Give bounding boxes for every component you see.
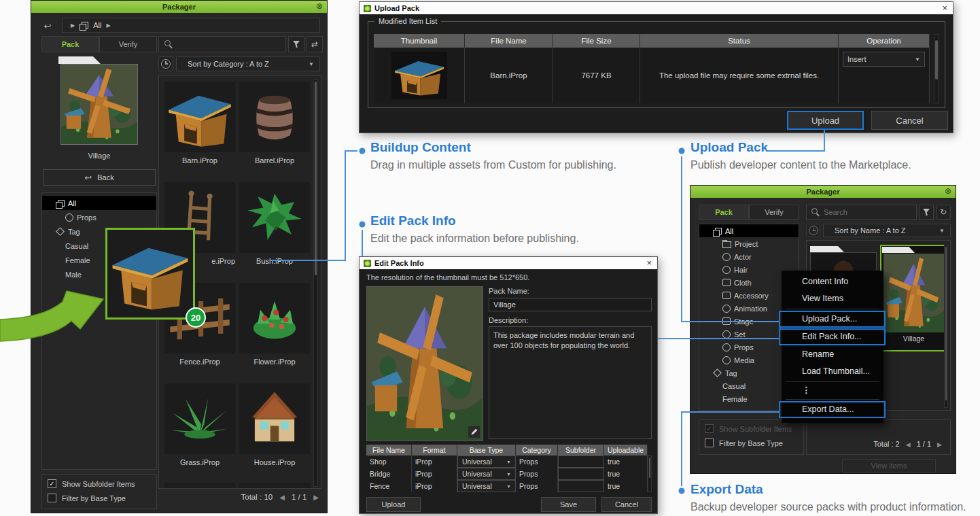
tree-item-props[interactable]: Props bbox=[42, 210, 156, 224]
menu-item-content-info[interactable]: Content Info bbox=[782, 273, 883, 290]
asset-item[interactable]: House.iProp bbox=[239, 383, 310, 466]
column-header[interactable]: Format bbox=[412, 445, 457, 455]
tree-item-all[interactable]: All bbox=[42, 196, 156, 210]
left-panel-titlebar[interactable]: Packager ⊗ bbox=[31, 1, 327, 13]
base-type-dropdown[interactable]: Universal▼ bbox=[457, 455, 516, 468]
scrollbar-thumb[interactable] bbox=[649, 458, 650, 478]
recent-sort-button[interactable] bbox=[158, 56, 173, 71]
checkbox-icon[interactable]: ✓ bbox=[48, 479, 56, 488]
pack-card[interactable] bbox=[58, 56, 140, 149]
column-header[interactable]: Base Type bbox=[457, 445, 516, 455]
dialog-titlebar[interactable]: Upload Pack × bbox=[360, 2, 953, 14]
cancel-button[interactable]: Cancel bbox=[871, 111, 948, 130]
breadcrumb[interactable]: ▶ All ▶ bbox=[62, 18, 320, 33]
scrollbar-thumb[interactable] bbox=[315, 82, 317, 275]
next-page-icon[interactable]: ▶ bbox=[313, 494, 319, 501]
tab-verify[interactable]: Verify bbox=[749, 205, 799, 220]
next-page-icon[interactable]: ▶ bbox=[937, 441, 942, 448]
prev-page-icon[interactable]: ◀ bbox=[906, 441, 911, 448]
prev-page-icon[interactable]: ◀ bbox=[279, 494, 285, 501]
dragged-asset[interactable] bbox=[105, 228, 195, 320]
column-header[interactable]: Uploadable bbox=[604, 445, 648, 455]
close-icon[interactable]: ⊗ bbox=[316, 1, 323, 11]
scrollbar-thumb[interactable] bbox=[945, 247, 947, 400]
close-icon[interactable]: × bbox=[646, 258, 652, 268]
filter-button[interactable] bbox=[288, 36, 304, 52]
show-subfolder-checkbox[interactable]: ✓ Show Subfolder Items bbox=[48, 479, 156, 488]
edit-thumbnail-button[interactable] bbox=[468, 426, 480, 438]
upload-button[interactable]: Upload bbox=[366, 497, 421, 512]
column-header[interactable]: Subfolder bbox=[558, 445, 604, 455]
column-header[interactable]: File Size bbox=[553, 34, 640, 48]
menu-item-more[interactable]: ⋮ bbox=[782, 383, 883, 398]
cell-subfolder[interactable] bbox=[558, 455, 604, 468]
base-type-dropdown[interactable]: Universal▼ bbox=[457, 480, 516, 492]
tree-label: Cloth bbox=[734, 279, 752, 287]
back-arrow-icon[interactable]: ↩ bbox=[39, 19, 56, 33]
column-header[interactable]: Operation bbox=[839, 34, 930, 48]
recent-sort-button[interactable] bbox=[806, 224, 820, 237]
close-icon[interactable]: × bbox=[942, 3, 947, 13]
menu-item-rename[interactable]: Rename bbox=[782, 346, 883, 363]
asset-item[interactable]: Barn.iProp bbox=[164, 82, 235, 165]
operation-dropdown[interactable]: Insert ▼ bbox=[843, 52, 925, 67]
cancel-button[interactable]: Cancel bbox=[601, 497, 652, 512]
menu-item-load-thumbnail[interactable]: Load Thumbnail... bbox=[782, 363, 883, 380]
filter-base-type-checkbox[interactable]: Filter by Base Type bbox=[705, 438, 803, 447]
column-header[interactable]: Category bbox=[516, 445, 558, 455]
breadcrumb-arrow-icon[interactable]: ▶ bbox=[71, 22, 75, 29]
menu-item-export-data[interactable]: Export Data... bbox=[782, 401, 883, 418]
tree-item-project[interactable]: Project bbox=[699, 237, 799, 250]
scrollbar[interactable] bbox=[934, 34, 939, 103]
checkbox-icon[interactable]: ✓ bbox=[705, 424, 714, 433]
refresh-button[interactable]: ↻ bbox=[936, 205, 951, 220]
menu-item-upload-pack[interactable]: Upload Pack... bbox=[782, 311, 883, 328]
base-type-dropdown[interactable]: Universal▼ bbox=[457, 468, 516, 480]
cell-subfolder[interactable] bbox=[558, 480, 604, 492]
page-indicator: 1 / 1 bbox=[292, 493, 307, 501]
scrollbar[interactable] bbox=[648, 455, 652, 492]
save-button[interactable]: Save bbox=[541, 497, 596, 512]
column-header[interactable]: File Name bbox=[465, 34, 553, 48]
sort-dropdown[interactable]: Sort by Category : A to Z ▼ bbox=[176, 56, 320, 71]
column-header[interactable]: File Name bbox=[366, 445, 412, 455]
cell-subfolder[interactable] bbox=[558, 468, 604, 480]
back-button[interactable]: ↩ Back bbox=[43, 169, 156, 186]
asset-item[interactable]: Flower.iProp bbox=[239, 283, 310, 366]
breadcrumb-label[interactable]: All bbox=[93, 21, 101, 29]
search-input[interactable] bbox=[158, 36, 286, 52]
view-items-button[interactable]: View items bbox=[842, 459, 936, 472]
scrollbar[interactable] bbox=[944, 245, 948, 408]
right-panel-titlebar[interactable]: Packager ⊗ bbox=[690, 186, 956, 198]
scrollbar-thumb[interactable] bbox=[935, 40, 938, 80]
description-textarea[interactable]: This package includes modular terrain an… bbox=[489, 326, 652, 439]
tab-verify[interactable]: Verify bbox=[99, 36, 157, 52]
menu-item-edit-pack-info[interactable]: Edit Pack Info... bbox=[782, 328, 883, 345]
asset-item[interactable]: Grass.iProp bbox=[164, 383, 235, 466]
menu-item-view-items[interactable]: View Items bbox=[782, 290, 883, 307]
filter-base-type-checkbox[interactable]: Filter by Base Type bbox=[48, 494, 156, 502]
asset-item[interactable]: Barrel.iProp bbox=[239, 82, 310, 165]
asset-item[interactable]: Bush.iProp bbox=[239, 182, 310, 265]
checkbox-icon[interactable] bbox=[705, 438, 714, 447]
pack-card-selected[interactable]: Village bbox=[880, 245, 947, 351]
breadcrumb-arrow-icon[interactable]: ▶ bbox=[106, 22, 110, 29]
upload-button[interactable]: Upload bbox=[787, 111, 864, 130]
filter-button[interactable] bbox=[919, 205, 934, 220]
scrollbar[interactable] bbox=[313, 79, 318, 487]
swap-view-button[interactable]: ⇄ bbox=[307, 36, 323, 52]
close-icon[interactable]: ⊗ bbox=[945, 186, 951, 196]
pack-name-input[interactable] bbox=[489, 298, 652, 311]
search-input[interactable]: Search bbox=[806, 205, 917, 220]
show-subfolder-checkbox[interactable]: ✓ Show Subfolder Items bbox=[705, 424, 803, 433]
tab-pack[interactable]: Pack bbox=[41, 36, 99, 52]
column-header[interactable]: Status bbox=[640, 34, 839, 48]
tree-item-actor[interactable]: Actor bbox=[699, 250, 799, 263]
sort-dropdown[interactable]: Sort by Name : A to Z ▼ bbox=[823, 224, 951, 237]
tree-item-all[interactable]: All bbox=[699, 224, 799, 237]
column-header[interactable]: Thumbnail bbox=[374, 34, 465, 48]
tab-pack[interactable]: Pack bbox=[699, 205, 749, 220]
checkbox-icon[interactable] bbox=[48, 494, 56, 502]
pencil-icon bbox=[470, 428, 478, 436]
dialog-titlebar[interactable]: Edit Pack Info × bbox=[360, 257, 657, 269]
